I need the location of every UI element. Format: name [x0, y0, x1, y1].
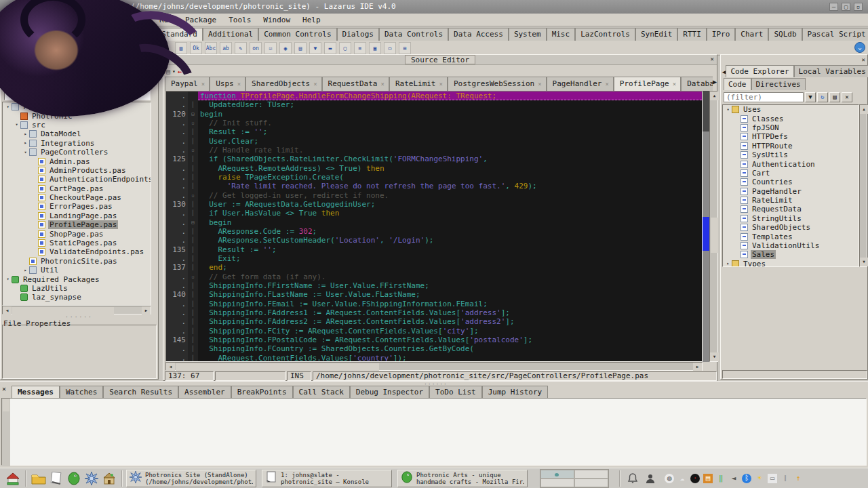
page-icon[interactable]: ▤: [829, 92, 840, 102]
task-button-1[interactable]: Photronics Site (StandAlone)(/home/johns…: [126, 470, 256, 487]
code-line[interactable]: .▫ // Init stuff.: [166, 119, 702, 127]
frame-icon[interactable]: ⊞: [399, 42, 411, 54]
code-line[interactable]: 135│ Result := '';: [166, 245, 702, 254]
brightness-tray-icon[interactable]: ☀: [755, 474, 764, 483]
gutter-fold-mark[interactable]: │: [188, 164, 198, 173]
file-manager-launcher[interactable]: [30, 470, 47, 487]
expand-open-icon[interactable]: ▾: [22, 150, 29, 155]
dock-tab-debug-inspector[interactable]: Debug Inspector: [350, 386, 429, 398]
editor-tab-profilepage[interactable]: ProfilePage×: [614, 77, 681, 91]
dock-tab-todo-list[interactable]: ToDo List: [429, 386, 482, 398]
penguin-tray-icon[interactable]: ·: [690, 474, 700, 483]
code-line[interactable]: 130│ User := ARequestData.GetLoggedinUse…: [166, 200, 702, 209]
code-line[interactable]: .│ Result := '';: [166, 127, 702, 136]
notifications-bell-icon[interactable]: [624, 470, 642, 487]
code-line[interactable]: .│ UpdatedUser: TUser;: [166, 100, 702, 109]
gutter-fold-mark[interactable]: │: [188, 290, 198, 299]
maximize-button[interactable]: ▢: [842, 3, 850, 11]
tab-overflow-icon[interactable]: ▶: [713, 78, 717, 85]
project-item-datamodel[interactable]: ▸DataModel: [3, 129, 151, 138]
dock-tab-assembler[interactable]: Assembler: [178, 386, 231, 398]
panel-tab-local-variables[interactable]: Local Variables: [794, 65, 868, 77]
pause-tray-icon[interactable]: ‖: [716, 474, 726, 483]
palette-tab-misc[interactable]: Misc: [547, 28, 576, 41]
gutter-fold-mark[interactable]: │: [188, 182, 198, 190]
editor-hscrollbar[interactable]: ◀ ▶: [165, 362, 703, 371]
tab-close-icon[interactable]: ×: [439, 81, 443, 87]
code-line[interactable]: 137│ end;: [166, 263, 702, 272]
editor-tab-usps[interactable]: Usps×: [210, 77, 245, 91]
code-line[interactable]: .▫ // Get logged-in user, redirect if no…: [166, 191, 702, 200]
expand-open-icon[interactable]: ▾: [4, 104, 12, 110]
edit-icon[interactable]: ab: [220, 42, 232, 54]
expand-open-icon[interactable]: ▾: [13, 122, 20, 127]
scroll-right-icon[interactable]: ▶: [142, 306, 151, 315]
label-icon[interactable]: Abc: [205, 42, 217, 54]
panel-tab-code-explorer[interactable]: Code Explorer: [726, 65, 793, 77]
radiogroup-icon[interactable]: ≡: [354, 42, 366, 54]
memo-icon[interactable]: ✎: [235, 42, 247, 54]
explorer-item-sales[interactable]: Sales: [723, 250, 859, 259]
tab-close-icon[interactable]: ×: [201, 81, 205, 87]
code-line[interactable]: .▫ // Get form data (if any).: [166, 272, 702, 281]
explorer-item-sharedobjects[interactable]: SharedObjects: [723, 223, 859, 232]
explorer-item-authentication[interactable]: Authentication: [723, 159, 859, 168]
gutter-fold-mark[interactable]: │: [188, 263, 198, 272]
palette-tab-dialogs[interactable]: Dialogs: [337, 28, 379, 41]
project-item-src[interactable]: ▾src: [3, 121, 151, 129]
gutter-fold-mark[interactable]: │: [188, 127, 198, 136]
listbox-icon[interactable]: ▤: [294, 42, 307, 54]
gutter-fold-mark[interactable]: │: [188, 300, 198, 308]
gutter-fold-mark[interactable]: │: [188, 344, 198, 353]
tab-close-icon[interactable]: ×: [380, 81, 384, 87]
mic-tray-icon[interactable]: ❙: [781, 474, 790, 483]
gutter-fold-mark[interactable]: ⊟: [188, 218, 198, 227]
expand-open-icon[interactable]: ▾: [4, 277, 12, 282]
palette-tab-rtti[interactable]: RTTI: [677, 28, 707, 41]
gutter-fold-mark[interactable]: │: [188, 173, 198, 182]
explorer-item-uses[interactable]: ▾Uses: [723, 105, 859, 114]
minimize-button[interactable]: –: [829, 3, 838, 11]
code-line[interactable]: 140│ ShippingInfo.FLastName := User.Valu…: [166, 290, 702, 299]
palette-tab-additional[interactable]: Additional: [203, 28, 258, 41]
code-line[interactable]: .│ raise TPageException.Create(: [166, 173, 702, 182]
checkbox-icon[interactable]: ☑: [264, 42, 277, 54]
tab-close-icon[interactable]: ×: [673, 81, 676, 87]
update-tray-icon[interactable]: ↑: [793, 474, 803, 483]
task-button-2[interactable]: 1: johns@slate -photronic_site — Konsole: [262, 470, 392, 487]
workspace-4[interactable]: [574, 479, 608, 487]
code-line[interactable]: 125│ if (SharedObjects.RateLimiter.Check…: [166, 155, 702, 163]
workspace-2[interactable]: [574, 470, 608, 479]
source-editor-close-icon[interactable]: ✕: [711, 56, 714, 62]
scroll-left-icon[interactable]: ◀: [166, 363, 175, 371]
clipboard-tray-icon[interactable]: ▤: [703, 474, 713, 483]
expand-closed-icon[interactable]: ▸: [22, 131, 29, 137]
text-editor-launcher[interactable]: [47, 470, 65, 487]
tools-icon[interactable]: ✕: [842, 92, 852, 102]
explorer-item-ratelimit[interactable]: RateLimit: [723, 196, 859, 205]
scroll-right-icon[interactable]: ▶: [693, 363, 702, 371]
close-button[interactable]: ▫: [854, 3, 863, 11]
user-switcher-icon[interactable]: [642, 470, 659, 487]
browser-launcher[interactable]: [65, 470, 83, 487]
radiobutton-icon[interactable]: ◉: [279, 42, 292, 54]
code-line[interactable]: .│ ShippingInfo.FEmail := User.Value.FSh…: [166, 300, 702, 308]
groupbox-icon[interactable]: ▢: [339, 42, 351, 54]
palette-tab-ipro[interactable]: IPro: [707, 28, 736, 41]
explorer-item-sysutils[interactable]: SysUtils: [723, 150, 859, 159]
project-item-authenticationendpoints-pas[interactable]: AuthenticationEndpoints.pas: [3, 175, 151, 184]
explorer-item-countries[interactable]: Countries: [723, 178, 859, 186]
gutter-fold-mark[interactable]: ▫: [188, 272, 198, 281]
editor-tab-requestdata[interactable]: RequestData×: [322, 77, 389, 91]
project-item-landingpage-pas[interactable]: LandingPage.pas: [3, 211, 151, 220]
code-line[interactable]: .│ if User.HasValue <> True then: [166, 209, 702, 218]
gutter-fold-mark[interactable]: │: [188, 336, 198, 344]
lazarus-launcher[interactable]: [83, 470, 100, 487]
project-item-admin-pas[interactable]: Admin.pas: [3, 157, 151, 165]
scroll-up-icon[interactable]: ▲: [860, 105, 868, 114]
project-item-required-packages[interactable]: ▾Required Packages: [3, 274, 151, 283]
code-line[interactable]: .│ Exit;: [166, 254, 702, 263]
explorer-item-classes[interactable]: Classes: [723, 114, 859, 123]
code-editor[interactable]: .function TProfilePage.HandleFormChangeS…: [165, 91, 703, 362]
menu-item-tools[interactable]: Tools: [222, 15, 257, 25]
